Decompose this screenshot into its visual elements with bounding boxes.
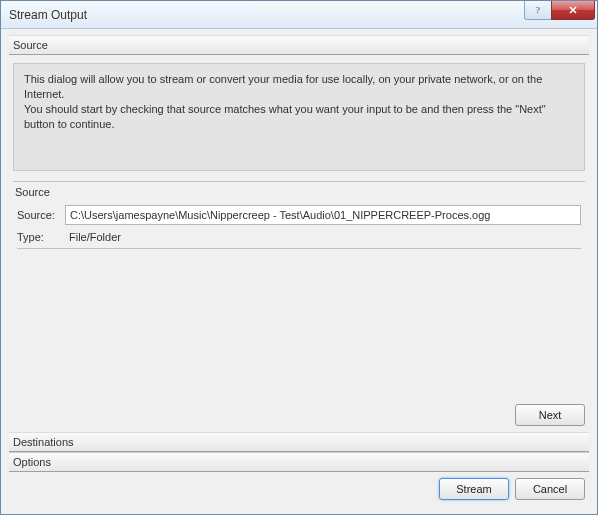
stream-button[interactable]: Stream	[439, 478, 509, 500]
window-title: Stream Output	[9, 8, 87, 22]
dialog-button-row: Stream Cancel	[9, 472, 589, 506]
help-button[interactable]: ?	[524, 1, 552, 20]
cancel-button[interactable]: Cancel	[515, 478, 585, 500]
close-icon	[568, 5, 578, 15]
type-label: Type:	[17, 231, 65, 243]
info-line-2: You should start by checking that source…	[24, 102, 574, 132]
source-row: Source:	[13, 202, 585, 228]
dialog-content: Source This dialog will allow you to str…	[1, 29, 597, 514]
spacer	[9, 249, 589, 398]
info-text: This dialog will allow you to stream or …	[13, 63, 585, 171]
source-label: Source:	[17, 209, 65, 221]
type-row: Type: File/Folder	[13, 228, 585, 246]
source-group-label: Source	[13, 184, 585, 202]
section-header-options[interactable]: Options	[9, 452, 589, 472]
window-controls: ?	[525, 1, 595, 20]
svg-text:?: ?	[536, 5, 540, 15]
section-header-source: Source	[9, 35, 589, 55]
source-fieldgroup: Source Source: Type: File/Folder	[13, 181, 585, 249]
titlebar[interactable]: Stream Output ?	[1, 1, 597, 29]
stream-output-dialog: Stream Output ? Source This dialog will …	[0, 0, 598, 515]
next-button[interactable]: Next	[515, 404, 585, 426]
help-icon: ?	[533, 5, 543, 15]
next-button-row: Next	[9, 398, 589, 432]
type-value: File/Folder	[65, 231, 121, 243]
source-section: This dialog will allow you to stream or …	[9, 55, 589, 432]
close-button[interactable]	[551, 1, 595, 20]
bottom-section-headers: Destinations Options	[9, 432, 589, 472]
section-header-destinations[interactable]: Destinations	[9, 432, 589, 452]
info-line-1: This dialog will allow you to stream or …	[24, 72, 574, 102]
source-input[interactable]	[65, 205, 581, 225]
